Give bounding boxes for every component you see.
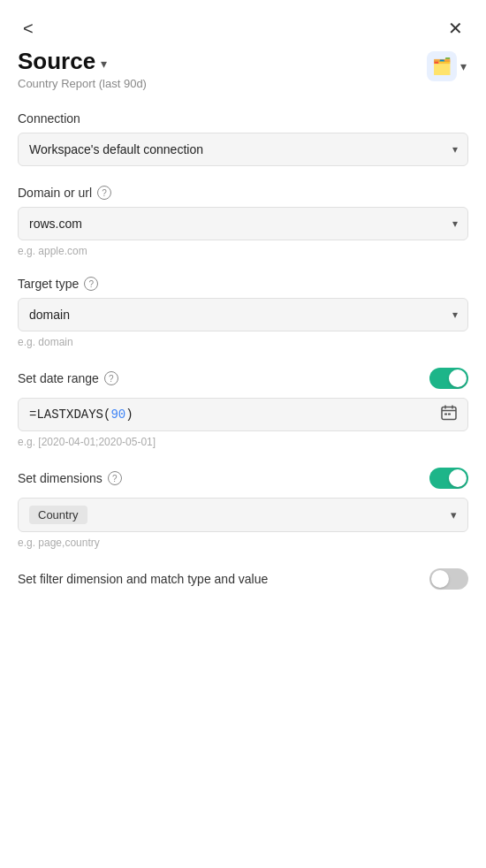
- dimensions-toggle[interactable]: [429, 468, 468, 489]
- back-button[interactable]: <: [18, 16, 39, 41]
- header-left: <: [18, 16, 39, 41]
- date-range-toggle-knob: [449, 369, 467, 387]
- domain-help-icon[interactable]: ?: [97, 186, 111, 200]
- svg-rect-4: [444, 414, 447, 415]
- title-dropdown-icon[interactable]: ▾: [101, 57, 107, 71]
- domain-select-wrapper: rows.com ▾: [18, 207, 468, 240]
- filter-toggle[interactable]: [429, 568, 468, 590]
- target-type-field-group: Target type ? domain ▾ e.g. domain: [18, 277, 468, 348]
- connection-field-group: Connection Workspace's default connectio…: [18, 111, 468, 166]
- date-range-toggle[interactable]: [429, 368, 468, 389]
- filter-toggle-knob: [431, 570, 449, 588]
- connection-select[interactable]: Workspace's default connection: [18, 133, 468, 166]
- dimensions-help-icon[interactable]: ?: [108, 471, 122, 485]
- target-type-select[interactable]: domain: [18, 298, 468, 331]
- dimensions-toggle-knob: [449, 469, 467, 487]
- domain-select[interactable]: rows.com: [18, 207, 468, 240]
- filter-field-group: Set filter dimension and match type and …: [18, 568, 468, 590]
- dimensions-chevron-icon: ▾: [451, 508, 457, 522]
- date-range-help-icon[interactable]: ?: [104, 371, 118, 385]
- date-range-hint: e.g. [2020-04-01;2020-05-01]: [18, 436, 468, 448]
- target-type-select-wrapper: domain ▾: [18, 298, 468, 331]
- date-range-field-group: Set date range ? =LASTXDAYS(90): [18, 368, 468, 448]
- formula-prefix: =LASTXDAYS(: [29, 407, 110, 422]
- domain-hint: e.g. apple.com: [18, 245, 468, 257]
- target-type-help-icon[interactable]: ?: [84, 277, 98, 291]
- dimensions-label: Set dimensions ?: [18, 471, 122, 485]
- target-type-label: Target type ?: [18, 277, 468, 291]
- connection-select-wrapper: Workspace's default connection ▾: [18, 133, 468, 166]
- svg-rect-5: [448, 414, 451, 415]
- close-button[interactable]: ✕: [443, 16, 468, 41]
- plugin-dropdown-button[interactable]: ▾: [459, 57, 468, 75]
- title-left: Source ▾ Country Report (last 90d): [18, 48, 147, 90]
- date-range-label: Set date range ?: [18, 371, 118, 385]
- page-subtitle: Country Report (last 90d): [18, 77, 147, 90]
- title-row: Source ▾: [18, 48, 147, 75]
- domain-label: Domain or url ?: [18, 186, 468, 200]
- main-content: Connection Workspace's default connectio…: [0, 94, 486, 627]
- dimensions-toggle-row: Set dimensions ?: [18, 468, 468, 489]
- dimensions-select[interactable]: Country ▾: [18, 498, 468, 532]
- filter-toggle-row: Set filter dimension and match type and …: [18, 568, 468, 590]
- filter-toggle-slider: [429, 568, 468, 590]
- date-range-formula-field: =LASTXDAYS(90): [18, 398, 468, 431]
- filter-label: Set filter dimension and match type and …: [18, 572, 268, 586]
- plugin-icon-area: 🗂️ ▾: [427, 51, 468, 81]
- domain-field-group: Domain or url ? rows.com ▾ e.g. apple.co…: [18, 186, 468, 257]
- calendar-icon-button[interactable]: [438, 402, 459, 428]
- formula-number: 90: [110, 407, 125, 422]
- date-range-toggle-slider: [429, 368, 468, 389]
- dimensions-select-wrapper: Country ▾: [18, 498, 468, 532]
- dimensions-field-group: Set dimensions ? Country ▾ e.g. page,cou…: [18, 468, 468, 549]
- title-section: Source ▾ Country Report (last 90d) 🗂️ ▾: [0, 48, 486, 94]
- target-type-hint: e.g. domain: [18, 336, 468, 348]
- page-title: Source: [18, 48, 95, 75]
- plugin-icon: 🗂️: [427, 51, 457, 81]
- connection-label: Connection: [18, 111, 468, 126]
- dimensions-hint: e.g. page,country: [18, 537, 468, 549]
- date-range-toggle-row: Set date range ?: [18, 368, 468, 389]
- header-bar: < ✕: [0, 0, 486, 48]
- dimensions-tag: Country: [29, 506, 87, 524]
- dimensions-toggle-slider: [429, 468, 468, 489]
- formula-suffix: ): [125, 407, 133, 422]
